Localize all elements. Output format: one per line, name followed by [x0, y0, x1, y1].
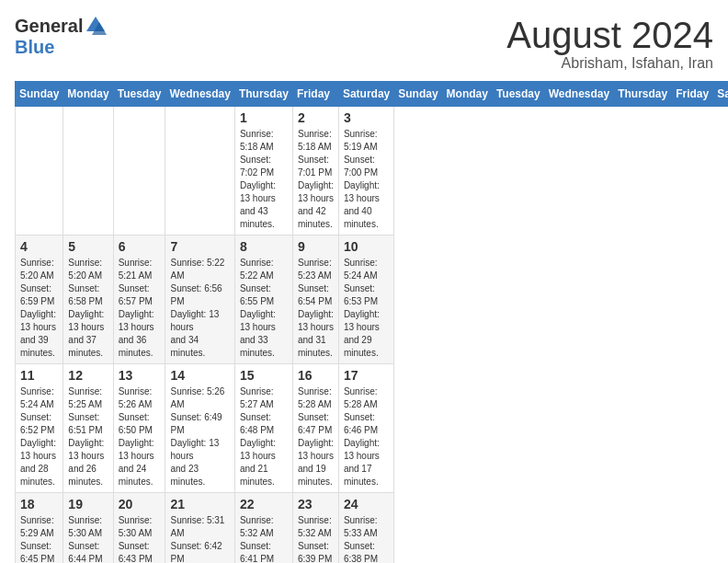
calendar-cell: 21Sunrise: 5:31 AM Sunset: 6:42 PM Dayli…: [165, 493, 234, 564]
day-info: Sunrise: 5:18 AM Sunset: 7:01 PM Dayligh…: [298, 128, 334, 231]
weekday-header-sunday: Sunday: [394, 82, 442, 107]
calendar-cell: 5Sunrise: 5:20 AM Sunset: 6:58 PM Daylig…: [63, 236, 113, 364]
day-number: 6: [119, 239, 161, 254]
day-info: Sunrise: 5:22 AM Sunset: 6:56 PM Dayligh…: [170, 257, 229, 360]
calendar-cell: 23Sunrise: 5:32 AM Sunset: 6:39 PM Dayli…: [292, 493, 338, 564]
day-info: Sunrise: 5:30 AM Sunset: 6:43 PM Dayligh…: [119, 514, 161, 563]
calendar-cell: 13Sunrise: 5:26 AM Sunset: 6:50 PM Dayli…: [113, 364, 165, 493]
weekday-header-sunday: Sunday: [16, 82, 63, 107]
weekday-header-saturday: Saturday: [713, 82, 728, 107]
weekday-header-friday: Friday: [292, 82, 338, 107]
calendar-cell: [113, 107, 165, 236]
calendar-cell: 24Sunrise: 5:33 AM Sunset: 6:38 PM Dayli…: [338, 493, 393, 564]
calendar-table: SundayMondayTuesdayWednesdayThursdayFrid…: [15, 81, 728, 563]
day-info: Sunrise: 5:33 AM Sunset: 6:38 PM Dayligh…: [344, 514, 389, 563]
calendar-cell: 4Sunrise: 5:20 AM Sunset: 6:59 PM Daylig…: [16, 236, 63, 364]
logo-blue-text: Blue: [15, 37, 54, 58]
weekday-header-wednesday: Wednesday: [544, 82, 613, 107]
day-number: 7: [170, 239, 229, 254]
calendar-cell: [165, 107, 234, 236]
calendar-week-row: 1Sunrise: 5:18 AM Sunset: 7:02 PM Daylig…: [16, 107, 729, 236]
calendar-cell: 9Sunrise: 5:23 AM Sunset: 6:54 PM Daylig…: [292, 236, 338, 364]
calendar-week-row: 18Sunrise: 5:29 AM Sunset: 6:45 PM Dayli…: [16, 493, 729, 564]
day-info: Sunrise: 5:19 AM Sunset: 7:00 PM Dayligh…: [344, 128, 389, 231]
month-title: August 2024: [506, 15, 713, 55]
day-number: 11: [20, 368, 58, 383]
day-info: Sunrise: 5:26 AM Sunset: 6:49 PM Dayligh…: [170, 385, 229, 488]
day-number: 20: [119, 497, 161, 511]
page-header: General Blue August 2024 Abrisham, Isfah…: [15, 15, 713, 72]
day-info: Sunrise: 5:25 AM Sunset: 6:51 PM Dayligh…: [68, 385, 108, 488]
day-info: Sunrise: 5:21 AM Sunset: 6:57 PM Dayligh…: [119, 257, 161, 360]
day-number: 9: [298, 239, 334, 254]
calendar-cell: 3Sunrise: 5:19 AM Sunset: 7:00 PM Daylig…: [338, 107, 393, 236]
day-info: Sunrise: 5:24 AM Sunset: 6:52 PM Dayligh…: [20, 385, 58, 488]
day-number: 10: [344, 239, 389, 254]
calendar-cell: [16, 107, 63, 236]
day-number: 5: [68, 239, 108, 254]
day-number: 13: [119, 368, 161, 383]
day-info: Sunrise: 5:31 AM Sunset: 6:42 PM Dayligh…: [170, 514, 229, 563]
day-info: Sunrise: 5:28 AM Sunset: 6:47 PM Dayligh…: [298, 385, 334, 488]
day-number: 14: [170, 368, 229, 383]
day-number: 18: [20, 497, 58, 511]
weekday-header-wednesday: Wednesday: [165, 82, 234, 107]
calendar-cell: 8Sunrise: 5:22 AM Sunset: 6:55 PM Daylig…: [234, 236, 292, 364]
weekday-header-saturday: Saturday: [338, 82, 393, 107]
day-info: Sunrise: 5:29 AM Sunset: 6:45 PM Dayligh…: [20, 514, 58, 563]
calendar-cell: 19Sunrise: 5:30 AM Sunset: 6:44 PM Dayli…: [63, 493, 113, 564]
day-number: 17: [344, 368, 389, 383]
day-number: 4: [20, 239, 58, 254]
day-number: 1: [240, 110, 288, 125]
day-info: Sunrise: 5:27 AM Sunset: 6:48 PM Dayligh…: [240, 385, 288, 488]
day-info: Sunrise: 5:22 AM Sunset: 6:55 PM Dayligh…: [240, 257, 288, 360]
day-info: Sunrise: 5:18 AM Sunset: 7:02 PM Dayligh…: [240, 128, 288, 231]
calendar-cell: 15Sunrise: 5:27 AM Sunset: 6:48 PM Dayli…: [234, 364, 292, 493]
day-number: 24: [344, 497, 389, 511]
day-info: Sunrise: 5:20 AM Sunset: 6:59 PM Dayligh…: [20, 257, 58, 360]
calendar-cell: 10Sunrise: 5:24 AM Sunset: 6:53 PM Dayli…: [338, 236, 393, 364]
title-area: August 2024 Abrisham, Isfahan, Iran: [506, 15, 713, 72]
day-info: Sunrise: 5:32 AM Sunset: 6:39 PM Dayligh…: [298, 514, 334, 563]
day-info: Sunrise: 5:32 AM Sunset: 6:41 PM Dayligh…: [240, 514, 288, 563]
calendar-cell: 22Sunrise: 5:32 AM Sunset: 6:41 PM Dayli…: [234, 493, 292, 564]
day-info: Sunrise: 5:23 AM Sunset: 6:54 PM Dayligh…: [298, 257, 334, 360]
calendar-cell: 6Sunrise: 5:21 AM Sunset: 6:57 PM Daylig…: [113, 236, 165, 364]
calendar-cell: 14Sunrise: 5:26 AM Sunset: 6:49 PM Dayli…: [165, 364, 234, 493]
day-number: 15: [240, 368, 288, 383]
logo-icon: [85, 15, 107, 37]
calendar-cell: 18Sunrise: 5:29 AM Sunset: 6:45 PM Dayli…: [16, 493, 63, 564]
day-number: 23: [298, 497, 334, 511]
day-number: 16: [298, 368, 334, 383]
calendar-cell: 16Sunrise: 5:28 AM Sunset: 6:47 PM Dayli…: [292, 364, 338, 493]
calendar-header-row: SundayMondayTuesdayWednesdayThursdayFrid…: [16, 82, 729, 107]
calendar-cell: 1Sunrise: 5:18 AM Sunset: 7:02 PM Daylig…: [234, 107, 292, 236]
day-info: Sunrise: 5:24 AM Sunset: 6:53 PM Dayligh…: [344, 257, 389, 360]
day-number: 22: [240, 497, 288, 511]
weekday-header-tuesday: Tuesday: [492, 82, 544, 107]
day-number: 21: [170, 497, 229, 511]
day-info: Sunrise: 5:30 AM Sunset: 6:44 PM Dayligh…: [68, 514, 108, 563]
calendar-cell: 2Sunrise: 5:18 AM Sunset: 7:01 PM Daylig…: [292, 107, 338, 236]
weekday-header-tuesday: Tuesday: [113, 82, 165, 107]
location-subtitle: Abrisham, Isfahan, Iran: [506, 55, 713, 72]
logo-general-text: General: [15, 16, 83, 37]
weekday-header-friday: Friday: [672, 82, 713, 107]
weekday-header-thursday: Thursday: [234, 82, 292, 107]
logo: General Blue: [15, 15, 107, 58]
calendar-cell: 12Sunrise: 5:25 AM Sunset: 6:51 PM Dayli…: [63, 364, 113, 493]
weekday-header-monday: Monday: [442, 82, 492, 107]
calendar-cell: 17Sunrise: 5:28 AM Sunset: 6:46 PM Dayli…: [338, 364, 393, 493]
day-number: 12: [68, 368, 108, 383]
day-info: Sunrise: 5:20 AM Sunset: 6:58 PM Dayligh…: [68, 257, 108, 360]
calendar-cell: 11Sunrise: 5:24 AM Sunset: 6:52 PM Dayli…: [16, 364, 63, 493]
weekday-header-thursday: Thursday: [614, 82, 672, 107]
weekday-header-monday: Monday: [63, 82, 113, 107]
calendar-week-row: 4Sunrise: 5:20 AM Sunset: 6:59 PM Daylig…: [16, 236, 729, 364]
day-number: 2: [298, 110, 334, 125]
calendar-cell: 7Sunrise: 5:22 AM Sunset: 6:56 PM Daylig…: [165, 236, 234, 364]
calendar-cell: 20Sunrise: 5:30 AM Sunset: 6:43 PM Dayli…: [113, 493, 165, 564]
day-number: 19: [68, 497, 108, 511]
day-info: Sunrise: 5:28 AM Sunset: 6:46 PM Dayligh…: [344, 385, 389, 488]
day-info: Sunrise: 5:26 AM Sunset: 6:50 PM Dayligh…: [119, 385, 161, 488]
